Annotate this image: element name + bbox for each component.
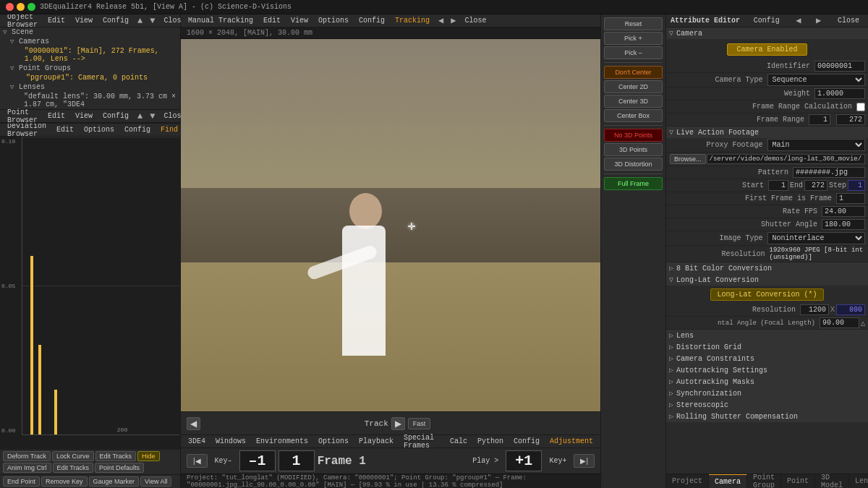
edit-tracks-btn-2[interactable]: Edit Tracks — [53, 463, 94, 473]
full-frame-btn[interactable]: Full Frame — [604, 177, 663, 190]
lock-curve-btn[interactable]: Lock Curve — [52, 451, 94, 461]
track-close[interactable]: Close — [461, 14, 491, 27]
end-input[interactable] — [804, 180, 827, 191]
step-input[interactable] — [848, 180, 865, 191]
tab-point[interactable]: Point — [781, 474, 815, 488]
menu-point-browser[interactable]: Point Browser — [3, 110, 42, 123]
weight-input[interactable] — [814, 88, 865, 99]
tab-lens[interactable]: Lens — [849, 474, 868, 488]
attr-config-menu[interactable]: Config — [749, 14, 784, 27]
distortion-grid-header[interactable]: ▷ Distortion Grid — [666, 341, 868, 353]
point-defaults-btn[interactable]: Point Defaults — [95, 463, 144, 473]
pattern-input[interactable] — [793, 167, 865, 178]
lens-expand-header[interactable]: ▷ Lens — [666, 330, 868, 341]
frame-range-calc-checkbox[interactable] — [856, 103, 865, 111]
deform-track-btn[interactable]: Deform Track — [3, 451, 51, 461]
menu-view[interactable]: View — [71, 14, 97, 27]
scene-root[interactable]: ▽ Scene — [0, 27, 180, 37]
menu-config[interactable]: Config — [98, 14, 133, 27]
identifier-input[interactable] — [814, 61, 865, 72]
3d-distortion-btn[interactable]: 3D Distortion — [604, 158, 663, 171]
menu-track-options[interactable]: Options — [314, 14, 353, 27]
nav-end-btn[interactable]: ▶| — [574, 454, 595, 468]
menu-playback[interactable]: Playback — [354, 435, 398, 448]
lens-item[interactable]: "default lens": 30.00 mm, 3.73 cm × 1.87… — [0, 92, 180, 109]
tab-point-group[interactable]: Point Group — [747, 474, 781, 488]
track-nav-back[interactable]: ◀ — [435, 15, 446, 26]
nav-up[interactable]: ▲ — [135, 16, 145, 26]
center-3d-btn[interactable]: Center 3D — [604, 95, 663, 108]
camera-enabled-btn[interactable]: Camera Enabled — [727, 43, 807, 56]
frame-prev-btn[interactable]: ◀ — [187, 417, 200, 430]
menu-track-view[interactable]: View — [286, 14, 312, 27]
menu-calc[interactable]: Calc — [446, 435, 472, 448]
menu-track-edit[interactable]: Edit — [259, 14, 285, 27]
menu-track-config[interactable]: Config — [354, 14, 389, 27]
minimize-button[interactable] — [17, 3, 25, 11]
frame-range-end-input[interactable] — [836, 114, 865, 125]
camera-item[interactable]: "00000001": [Main], 272 Frames, 1.00, Le… — [0, 46, 180, 64]
pgroup-item[interactable]: "pgroup#1": Camera, 0 points — [0, 73, 180, 82]
attr-close[interactable]: Close — [833, 14, 864, 27]
menu-special-frames[interactable]: Special Frames — [399, 435, 444, 448]
remove-key-btn[interactable]: Remove Key — [41, 476, 88, 487]
synchronization-header[interactable]: ▷ Synchronization — [666, 388, 868, 399]
longlat-res-w-input[interactable] — [800, 304, 829, 315]
dont-center-btn[interactable]: Don't Center — [604, 66, 663, 79]
frame-range-start-input[interactable] — [809, 114, 830, 125]
live-action-header[interactable]: ▽ Live Action Footage — [666, 127, 868, 138]
camera-constraints-header[interactable]: ▷ Camera Constraints — [666, 353, 868, 364]
shutter-angle-input[interactable] — [822, 219, 865, 230]
pb-nav-down[interactable]: ▼ — [147, 111, 158, 121]
edit-tracks-btn[interactable]: Edit Tracks — [95, 451, 137, 461]
lenses-node[interactable]: ▽ Lenses — [0, 82, 180, 92]
longlat-res-h-input[interactable] — [836, 304, 865, 315]
no-3d-points-btn[interactable]: No 3D Points — [604, 129, 663, 142]
rolling-shutter-header[interactable]: ▷ Rolling Shutter Compensation — [666, 411, 868, 422]
autotracking-settings-header[interactable]: ▷ Autotracking Settings — [666, 364, 868, 376]
stereoscopic-header[interactable]: ▷ Stereoscopic — [666, 399, 868, 411]
camera-section-header[interactable]: ▽ Camera — [666, 27, 868, 39]
camera-type-dropdown[interactable]: Sequence — [767, 74, 866, 86]
close-button[interactable] — [6, 3, 14, 11]
menu-windows[interactable]: Windows — [211, 435, 250, 448]
bit-color-header[interactable]: ▷ 8 Bit Color Conversion — [666, 262, 868, 274]
menu-adjustment[interactable]: Adjustment — [545, 435, 597, 448]
menu-object-browser[interactable]: Object Browser — [3, 14, 42, 27]
center-box-btn[interactable]: Center Box — [604, 109, 663, 122]
focal-length-input[interactable] — [820, 317, 859, 328]
longlat-header[interactable]: ▽ Long-Lat Conversion — [666, 274, 868, 286]
nav-down[interactable]: ▼ — [147, 16, 158, 26]
autotracking-masks-header[interactable]: ▷ Autotracking Masks — [666, 376, 868, 388]
attr-nav-fwd[interactable]: ▶ — [813, 15, 824, 26]
start-input[interactable] — [768, 180, 788, 191]
pick-minus-btn[interactable]: Pick – — [604, 46, 663, 59]
cameras-node[interactable]: ▽ Cameras — [0, 37, 180, 46]
menu-dev-config[interactable]: Config — [120, 124, 155, 137]
track-nav-fwd[interactable]: ▶ — [448, 15, 459, 26]
proxy-footage-dropdown[interactable]: Main — [767, 139, 866, 151]
center-2d-btn[interactable]: Center 2D — [604, 80, 663, 93]
menu-python[interactable]: Python — [473, 435, 508, 448]
tab-3d-model[interactable]: 3D Model — [815, 474, 849, 488]
menu-pb-view[interactable]: View — [71, 110, 97, 123]
anim-img-ctrl-btn[interactable]: Anim Img Ctrl — [3, 463, 51, 473]
menu-dev-options[interactable]: Options — [80, 124, 119, 137]
longlat-btn[interactable]: Long-Lat Conversion (*) — [710, 288, 823, 301]
tab-project[interactable]: Project — [666, 474, 709, 488]
filepath-input[interactable] — [707, 154, 865, 164]
hide-btn[interactable]: Hide — [137, 451, 160, 461]
menu-dev-find[interactable]: Find — [156, 124, 180, 137]
menu-pb-config[interactable]: Config — [98, 110, 133, 123]
attr-nav-back[interactable]: ◀ — [793, 15, 804, 26]
menu-manual-tracking[interactable]: Manual Tracking — [184, 14, 258, 27]
menu-pb-edit[interactable]: Edit — [43, 110, 69, 123]
image-type-dropdown[interactable]: Noninterlace — [767, 232, 866, 244]
frame-next-btn[interactable]: ▶ — [391, 417, 405, 430]
rate-fps-input[interactable] — [822, 206, 865, 217]
menu-config-main[interactable]: Config — [509, 435, 544, 448]
gauge-marker-btn[interactable]: Gauge Marker — [89, 476, 140, 487]
first-frame-input[interactable] — [836, 193, 865, 204]
fast-btn[interactable]: Fast — [408, 418, 431, 429]
pb-nav-up[interactable]: ▲ — [135, 111, 145, 121]
